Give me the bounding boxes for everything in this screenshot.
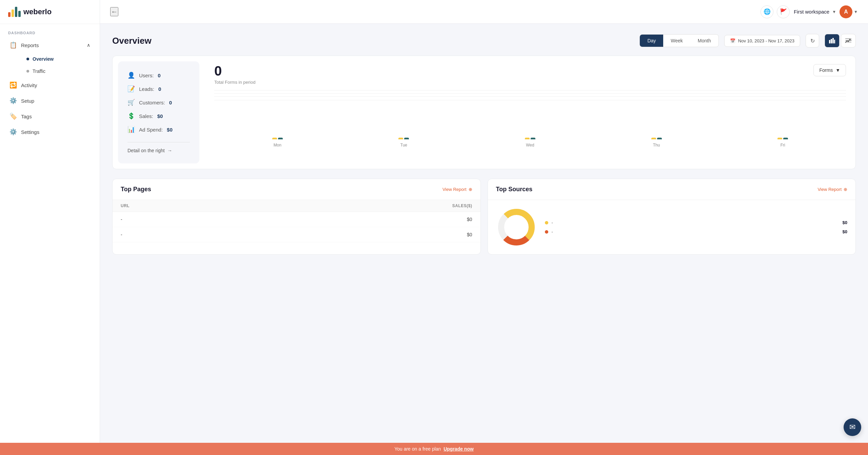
sidebar-item-tags[interactable]: 🏷️ Tags — [4, 109, 96, 124]
adspend-label: Ad Spend: — [139, 127, 163, 133]
legend-dot-2 — [545, 230, 548, 234]
adspend-value: $0 — [167, 127, 173, 133]
customers-icon: 🛒 — [127, 99, 135, 106]
bar-chart-icon — [829, 38, 835, 43]
workspace-caret-icon: ▼ — [832, 9, 836, 14]
period-week-button[interactable]: Week — [663, 35, 690, 47]
date-range-picker[interactable]: 📅 Nov 10, 2023 - Nov 17, 2023 — [724, 35, 800, 47]
sidebar-item-reports[interactable]: 📋 Reports ∧ — [4, 38, 96, 53]
sidebar-item-traffic[interactable]: Traffic — [21, 65, 96, 77]
upgrade-link[interactable]: Upgrade now — [443, 446, 474, 452]
row-url-2: - — [121, 232, 438, 237]
bar-chart: Mon Tue — [214, 100, 846, 147]
traffic-dot — [26, 70, 29, 73]
bar-thu-1 — [651, 138, 656, 139]
stat-customers: 🛒 Customers: 0 — [127, 99, 190, 106]
bar-pair-mon — [272, 105, 283, 139]
legend-label-2: - — [552, 229, 553, 234]
flag-icon-button[interactable]: 🚩 — [777, 5, 790, 18]
tags-icon: 🏷️ — [9, 113, 17, 120]
overview-card-inner: 👤 Users: 0 📝 Leads: 0 🛒 Customers: — [113, 56, 855, 169]
donut-chart — [496, 207, 537, 248]
chart-dropdown-label: Forms — [819, 67, 833, 73]
chat-icon: ✉ — [849, 423, 855, 432]
bar-mon-2 — [278, 138, 283, 139]
user-avatar[interactable]: A — [840, 5, 852, 18]
bar-group-thu: Thu — [593, 105, 720, 147]
top-sources-view-report[interactable]: View Report ⊕ — [817, 187, 847, 192]
chart-gridline-1 — [214, 90, 846, 91]
avatar-caret-icon: ▼ — [854, 9, 858, 14]
logo: weberlo — [8, 7, 92, 17]
dashboard-section-label: DASHBOARD — [0, 24, 100, 38]
bar-pair-wed — [525, 105, 535, 139]
main-content: ← 🌐 🚩 First workspace ▼ A ▼ Overview Day… — [100, 0, 868, 455]
donut-svg — [496, 207, 537, 248]
sidebar-item-settings[interactable]: ⚙️ Settings — [4, 124, 96, 139]
sources-content: - $0 - $0 — [488, 200, 856, 254]
stat-leads: 📝 Leads: 0 — [127, 85, 190, 93]
bar-mon-1 — [272, 138, 277, 139]
chat-fab-button[interactable]: ✉ — [844, 418, 861, 436]
top-pages-view-report[interactable]: View Report ⊕ — [442, 187, 472, 192]
top-sources-report-icon: ⊕ — [844, 187, 847, 192]
chart-type-dropdown[interactable]: Forms ▼ — [813, 64, 846, 76]
chart-gridline-2 — [214, 93, 846, 94]
detail-arrow-icon: → — [167, 148, 172, 153]
sidebar-item-setup[interactable]: ⚙️ Setup — [4, 93, 96, 108]
settings-icon: ⚙️ — [9, 128, 17, 136]
back-button[interactable]: ← — [110, 7, 118, 16]
col-sales-header: Sales($) — [438, 203, 472, 208]
line-chart-button[interactable] — [841, 34, 856, 47]
sidebar-item-settings-label: Settings — [21, 129, 39, 135]
row-sales-2: $0 — [438, 232, 472, 237]
chart-area: 0 Total Forms in period Forms ▼ — [205, 56, 855, 169]
sales-value: $0 — [157, 113, 163, 119]
bar-fri-2 — [783, 138, 788, 139]
sidebar-item-reports-label: Reports — [21, 42, 39, 48]
globe-icon-button[interactable]: 🌐 — [761, 5, 773, 18]
leads-value: 0 — [158, 86, 161, 92]
top-sources-title: Top Sources — [496, 186, 533, 193]
chart-gridline-3 — [214, 96, 846, 97]
legend-value-2: $0 — [843, 229, 847, 234]
overview-stats-card: 👤 Users: 0 📝 Leads: 0 🛒 Customers: — [112, 56, 856, 169]
sidebar-item-overview[interactable]: Overview — [21, 53, 96, 65]
table-row: - $0 — [113, 212, 480, 227]
reports-icon: 📋 — [9, 41, 17, 49]
date-range-text: Nov 10, 2023 - Nov 17, 2023 — [738, 38, 794, 43]
refresh-button[interactable]: ↻ — [806, 34, 819, 47]
logo-text: weberlo — [23, 7, 52, 16]
chart-top: 0 Total Forms in period Forms ▼ — [214, 64, 846, 85]
period-month-button[interactable]: Month — [690, 35, 718, 47]
table-row: - $0 — [113, 227, 480, 242]
top-sources-header: Top Sources View Report ⊕ — [488, 179, 856, 200]
topbar: ← 🌐 🚩 First workspace ▼ A ▼ — [100, 0, 868, 24]
detail-link[interactable]: Detail on the right → — [127, 142, 190, 153]
sales-label: Sales: — [139, 113, 153, 119]
sidebar-navigation: 📋 Reports ∧ Overview Traffic 🔁 Activity — [0, 38, 100, 140]
bar-label-fri: Fri — [781, 143, 785, 147]
bar-pair-thu — [651, 105, 662, 139]
overview-header: Overview Day Week Month 📅 Nov 10, 2023 -… — [112, 34, 856, 47]
period-day-button[interactable]: Day — [640, 35, 663, 47]
workspace-name: First workspace — [794, 9, 829, 15]
users-value: 0 — [158, 73, 160, 78]
sidebar-subitem-overview-label: Overview — [33, 56, 54, 62]
upgrade-banner: You are on a free plan Upgrade now — [0, 443, 868, 455]
workspace-selector[interactable]: First workspace ▼ — [794, 9, 836, 15]
sales-icon: 💲 — [127, 112, 135, 120]
reports-expand-icon: ∧ — [87, 42, 90, 48]
top-pages-table-header: URL Sales($) — [113, 200, 480, 212]
chart-total-label: Total Forms in period — [214, 80, 813, 85]
sidebar-item-activity[interactable]: 🔁 Activity — [4, 78, 96, 93]
stat-adspend: 📊 Ad Spend: $0 — [127, 126, 190, 133]
bar-label-thu: Thu — [653, 143, 660, 147]
top-pages-card: Top Pages View Report ⊕ URL Sales($) - $… — [112, 179, 481, 255]
sources-legend: - $0 - $0 — [545, 220, 848, 234]
bar-wed-1 — [525, 138, 530, 139]
bar-chart-button[interactable] — [825, 34, 840, 47]
users-label: Users: — [139, 73, 154, 78]
bar-wed-2 — [531, 138, 535, 139]
bar-label-mon: Mon — [274, 143, 281, 147]
